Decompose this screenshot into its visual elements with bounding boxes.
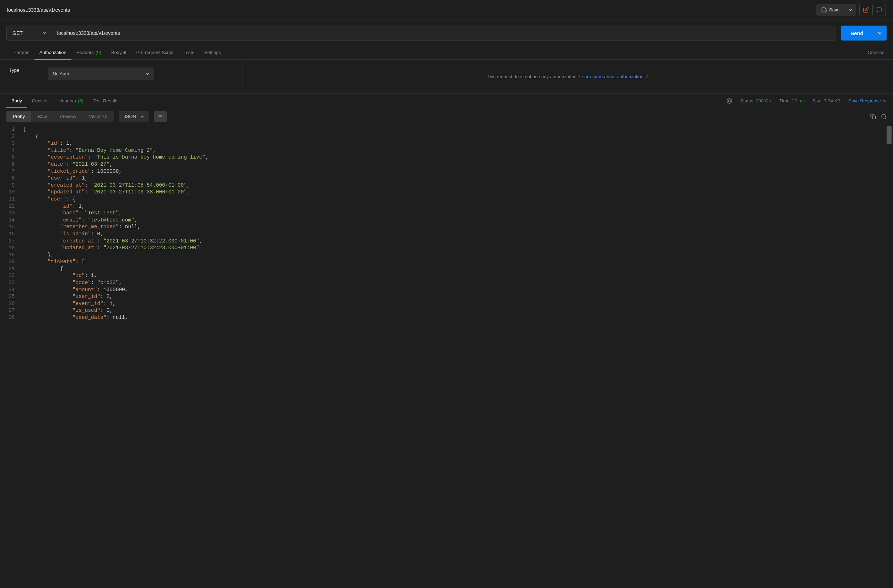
comment-icon[interactable] [872, 4, 885, 16]
url-input[interactable] [52, 26, 836, 40]
view-raw[interactable]: Raw [31, 111, 53, 122]
size-value: 7.74 KB [824, 98, 840, 104]
cookies-link[interactable]: Cookies [868, 50, 884, 55]
language-value: JSON [124, 114, 136, 119]
size-group: Size: 7.74 KB [812, 98, 840, 104]
tab-settings[interactable]: Settings [199, 45, 226, 59]
topbar: localhost:3333/api/v1/events Save [0, 0, 893, 20]
tab-headers[interactable]: Headers (9) [71, 45, 106, 59]
response-meta: Status: 200 OK Time: 20 ms Size: 7.74 KB… [727, 98, 887, 104]
copy-icon[interactable] [870, 114, 876, 119]
formatter-toolbar: Pretty Raw Preview Visualize JSON [0, 108, 893, 125]
auth-left: Type No Auth [0, 60, 242, 93]
auth-learn-more-link[interactable]: Learn more about authorization ↗ [579, 74, 648, 79]
view-visualize[interactable]: Visualize [83, 111, 114, 122]
edit-icon[interactable] [860, 4, 872, 16]
status-value: 200 OK [756, 98, 771, 104]
status-group: Status: 200 OK [740, 98, 771, 104]
time-label: Time: [779, 98, 791, 104]
save-label: Save [829, 7, 840, 12]
tab-body-label: Body [111, 50, 122, 55]
auth-type-select[interactable]: No Auth [48, 68, 154, 80]
res-tab-headers-label: Headers [59, 98, 76, 104]
response-tabs: Body Cookies Headers (5) Test Results St… [0, 94, 893, 108]
tab-headers-label: Headers [77, 50, 94, 55]
res-tab-headers[interactable]: Headers (5) [54, 94, 89, 108]
res-tab-cookies[interactable]: Cookies [27, 94, 54, 108]
line-gutter: 1234567891011121314151617181920212223242… [0, 125, 19, 585]
status-label: Status: [740, 98, 754, 104]
wrap-lines-button[interactable] [154, 111, 167, 122]
code-content[interactable]: [ { "id": 1, "title": "Burna Boy Home Co… [19, 125, 212, 585]
tab-authorization[interactable]: Authorization [35, 46, 71, 60]
svg-point-6 [882, 114, 885, 118]
svg-line-7 [885, 118, 886, 119]
res-tab-body[interactable]: Body [6, 94, 27, 108]
auth-type-value: No Auth [53, 71, 69, 77]
top-actions: Save [816, 4, 886, 16]
send-button[interactable]: Send [841, 26, 873, 41]
save-response-button[interactable]: Save Response [848, 98, 887, 104]
request-row: GET Send [0, 20, 893, 45]
time-value: 20 ms [792, 98, 804, 104]
auth-message-text: This request does not use any authorizat… [487, 74, 578, 79]
save-button[interactable]: Save [816, 4, 845, 16]
language-select[interactable]: JSON [119, 111, 149, 122]
globe-icon[interactable] [727, 98, 732, 104]
save-response-label: Save Response [848, 98, 881, 104]
auth-type-label: Type [9, 68, 19, 73]
response-editor[interactable]: 1234567891011121314151617181920212223242… [0, 125, 893, 585]
res-tab-headers-count: (5) [78, 98, 84, 104]
auth-message: This request does not use any authorizat… [242, 60, 893, 93]
tab-tests[interactable]: Tests [179, 45, 199, 59]
search-icon[interactable] [881, 114, 887, 119]
save-icon [821, 7, 827, 13]
auth-panel: Type No Auth This request does not use a… [0, 60, 893, 94]
save-dropdown[interactable] [845, 4, 856, 16]
breadcrumb: localhost:3333/api/v1/events [7, 7, 816, 13]
method-select[interactable]: GET [7, 26, 52, 40]
body-indicator-icon [123, 51, 126, 54]
res-tab-test-results[interactable]: Test Results [89, 94, 124, 108]
url-group: GET [6, 26, 836, 41]
method-value: GET [12, 30, 23, 36]
view-mode-tabs: Pretty Raw Preview Visualize [6, 111, 114, 122]
time-group: Time: 20 ms [779, 98, 804, 104]
view-pretty[interactable]: Pretty [6, 111, 31, 122]
view-preview[interactable]: Preview [53, 111, 83, 122]
tab-prerequest[interactable]: Pre-request Script [131, 45, 179, 59]
tab-params[interactable]: Params [9, 45, 35, 59]
tab-headers-count: (9) [96, 50, 101, 55]
tab-body[interactable]: Body [106, 45, 132, 59]
request-tabs: Params Authorization Headers (9) Body Pr… [0, 45, 893, 60]
svg-rect-5 [872, 116, 876, 119]
size-label: Size: [812, 98, 822, 104]
vertical-scrollbar[interactable] [887, 126, 891, 144]
send-dropdown[interactable] [873, 26, 887, 41]
